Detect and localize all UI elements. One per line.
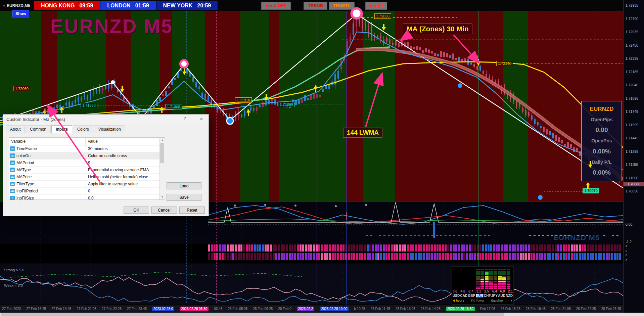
input-row-inpfilperiod[interactable]: 123inpFilPeriod0 — [9, 188, 165, 195]
timeline-label: Feb 17:05 — [480, 307, 495, 311]
signal-block — [528, 253, 530, 260]
signal-block — [235, 253, 237, 260]
signal-block — [576, 244, 578, 252]
signal-block — [337, 244, 339, 252]
input-row-maperiod[interactable]: 123MAPeriod9 — [9, 160, 165, 167]
signal-block — [434, 244, 436, 252]
input-row-matype[interactable]: 123MATypeExponential moving average-EMA — [9, 167, 165, 174]
truetl-button[interactable]: TRUETL — [329, 2, 355, 10]
input-row-timeframe[interactable]: 123TimeFrame30 minutes — [9, 145, 165, 152]
signal-block — [455, 244, 457, 252]
signal-block — [310, 244, 312, 252]
timeline-label: 28 Feb 14:25 — [421, 307, 441, 311]
reset-button[interactable]: Reset — [179, 207, 205, 214]
signal-block — [552, 244, 554, 252]
signal-block — [458, 253, 460, 260]
signal-block — [294, 253, 296, 260]
scroll-down-icon[interactable]: ▼ — [160, 194, 165, 199]
open-pips-label: OpenPips — [591, 117, 612, 122]
input-row-maprice[interactable]: 123MAPriceHeiken ashi (better formula) c… — [9, 174, 165, 181]
signal-block — [600, 244, 602, 252]
variable-name: MAType — [16, 167, 86, 173]
table-scrollbar[interactable]: ▲ ▼ — [159, 138, 165, 199]
strip-scale-value: 8 — [626, 254, 627, 257]
variable-value[interactable]: Exponential moving average-EMA — [86, 167, 160, 173]
signal-block — [230, 253, 232, 260]
daily-pl-value: 0.00% — [593, 169, 611, 176]
fx-currency-eur: EUR — [476, 294, 484, 298]
variable-value[interactable]: 30 minutes — [86, 145, 160, 152]
scrollbar-thumb[interactable] — [160, 143, 164, 163]
trend-off-button[interactable]: trend OFF — [261, 2, 291, 10]
signal-block — [611, 253, 613, 260]
signal-block — [302, 244, 304, 252]
time-axis[interactable]: 27 Feb 202327 Feb 18:2527 Feb 19:4527 Fe… — [0, 305, 623, 313]
tab-inputs[interactable]: Inputs — [51, 125, 72, 133]
signal-block — [557, 253, 559, 260]
show-button[interactable]: Show — [12, 10, 29, 17]
signal-block — [614, 253, 616, 260]
tab-about[interactable]: About — [6, 125, 25, 133]
signal-block — [466, 253, 468, 260]
input-row-coloron[interactable]: 123colorOnColor on candle cross — [9, 152, 165, 160]
signal-block — [541, 244, 543, 252]
price-scale-value: 1.71295 — [626, 149, 638, 153]
signal-block — [332, 244, 334, 252]
load-button[interactable]: Load — [167, 182, 201, 189]
fx-bar — [476, 269, 480, 289]
signal-block — [479, 244, 481, 252]
scroll-up-icon[interactable]: ▲ — [160, 138, 165, 143]
signal-block — [584, 253, 586, 260]
dialog-title-bar[interactable]: Custom Indicator - Ma (zones) — [3, 115, 209, 124]
signal-block — [385, 253, 387, 260]
variable-value[interactable]: 9 — [86, 160, 160, 166]
price-scale[interactable]: 1.70888 0.00 -1.2 1.729351.727901.726351… — [623, 0, 644, 313]
timeline-label: 28 Feb 21:05 — [551, 307, 571, 311]
signal-block — [557, 244, 559, 252]
signal-block — [420, 253, 422, 260]
signal-block — [616, 253, 618, 260]
signal-block — [222, 244, 224, 252]
variable-value[interactable]: 0 — [86, 188, 160, 194]
signal-block — [283, 244, 285, 252]
chart-price-label: 1.72838 — [374, 13, 391, 19]
input-row-filtertype[interactable]: 123FilterTypeApply filter to average val… — [9, 181, 165, 188]
signal-block — [364, 253, 366, 260]
close-icon[interactable]: × — [197, 116, 206, 123]
signal-block — [477, 253, 479, 260]
input-row-inpfilsize[interactable]: ½inpFilSize0.0 — [9, 195, 165, 202]
fractal-button[interactable]: fractal — [365, 2, 387, 10]
signal-block — [509, 244, 511, 252]
cancel-button[interactable]: Cancel — [151, 207, 177, 214]
signal-block — [501, 253, 503, 260]
variable-value[interactable]: Color on candle cross — [86, 152, 160, 159]
signal-block — [563, 244, 565, 252]
symbol-selector[interactable]: ▼EURNZD,M5 — [3, 3, 30, 8]
signal-block — [482, 244, 484, 252]
tab-colors[interactable]: Colors — [73, 125, 93, 133]
signal-block — [488, 253, 490, 260]
variable-value[interactable]: Heiken ashi (better formula) close — [86, 174, 160, 180]
trend-button[interactable]: TREND — [304, 2, 327, 10]
save-button[interactable]: Save — [167, 194, 201, 201]
numeric-type-icon: 123 — [10, 161, 15, 165]
scrollbar-thumb[interactable] — [1, 313, 504, 316]
tab-visualization[interactable]: Visualization — [94, 125, 125, 133]
signal-block — [334, 244, 336, 252]
signal-block — [455, 253, 457, 260]
price-scale-value: 1.71745 — [626, 109, 638, 114]
variable-value[interactable]: Apply filter to average value — [86, 181, 160, 187]
tab-common[interactable]: Common — [26, 125, 51, 133]
variable-value[interactable]: 0.0 — [86, 195, 160, 201]
signal-block — [490, 244, 492, 252]
signal-block — [590, 253, 592, 260]
ok-button[interactable]: OK — [124, 207, 149, 214]
dialog-help-button[interactable]: ? — [181, 116, 188, 123]
signal-block — [531, 253, 533, 260]
horizontal-scrollbar[interactable] — [0, 313, 644, 316]
signal-block — [337, 253, 339, 260]
signal-block — [265, 244, 267, 252]
signal-block — [275, 253, 277, 260]
timeline-label: 28 Feb 19:45 — [526, 307, 546, 311]
signal-block — [294, 244, 296, 252]
